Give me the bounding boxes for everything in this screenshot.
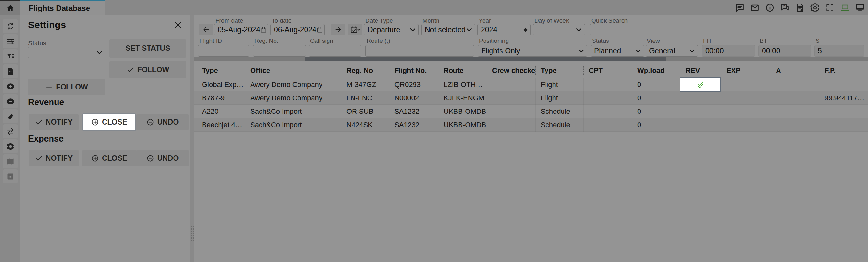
- plus-circle-icon: [91, 118, 99, 126]
- cell-rev: [680, 78, 721, 91]
- double-check-icon: [695, 79, 706, 90]
- app-window: Flights Database ? Settings S: [0, 0, 868, 262]
- modal-dim-overlay: [0, 0, 868, 262]
- rev-checked-cell[interactable]: [680, 77, 721, 92]
- revenue-close-label: CLOSE: [102, 118, 127, 127]
- revenue-close-button[interactable]: CLOSE: [83, 113, 136, 131]
